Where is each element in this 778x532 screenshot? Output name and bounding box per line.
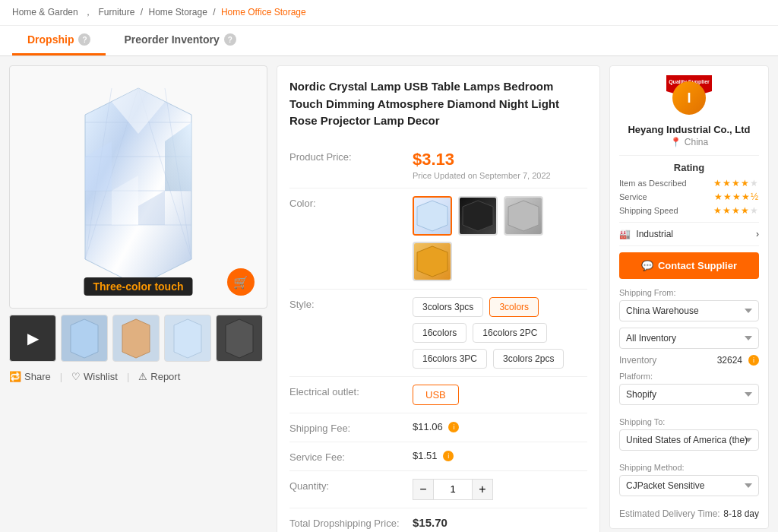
breadcrumb-sep: ， <box>84 7 93 17</box>
price-row: Product Price: $3.13 Price Updated on Se… <box>289 142 587 188</box>
sep1: | <box>60 371 62 382</box>
category-row[interactable]: 🏭 Industrial › <box>619 222 759 246</box>
delivery-label: Estimated Delivery Time: <box>619 508 720 519</box>
quantity-control: − + <box>413 479 587 500</box>
supplier-country: 📍 China <box>670 137 708 147</box>
price-value: $3.13 <box>413 150 587 169</box>
contact-supplier-button[interactable]: 💬 Contact Supplier <box>619 252 759 279</box>
shipping-method-label: Shipping Method: <box>619 463 759 472</box>
total-label: Total Dropshipping Price: <box>289 516 403 529</box>
sep2: | <box>127 371 129 382</box>
swatch-img-2 <box>460 198 496 234</box>
service-info-icon[interactable]: i <box>443 451 454 461</box>
inventory-info-icon[interactable]: i <box>748 355 759 366</box>
inventory-select[interactable]: All Inventory <box>619 328 759 349</box>
service-row: Service Fee: $1.51 i <box>289 442 587 471</box>
supplier-badge: Quality Supplier I Heyang Industrial Co.… <box>619 75 759 147</box>
color-swatch-4[interactable] <box>413 242 452 281</box>
rating-label-3: Shipping Speed <box>619 206 688 215</box>
tab-preorder-label: Preorder Inventory <box>124 33 219 46</box>
shipping-info-icon[interactable]: i <box>448 422 459 432</box>
shipping-method-select[interactable]: CJPacket Sensitive <box>619 475 759 496</box>
category-icon: 🏭 <box>619 229 631 239</box>
svg-marker-14 <box>71 319 98 358</box>
platform-section: Platform: Shopify <box>619 372 759 411</box>
supplier-country-label: China <box>685 137 708 147</box>
svg-marker-20 <box>508 201 539 231</box>
rating-row-2: Service ★★★★½ <box>619 192 759 202</box>
thumbnail-5[interactable] <box>216 315 263 362</box>
thumbnail-2[interactable] <box>61 315 108 362</box>
wishlist-label: Wishlist <box>84 371 118 382</box>
breadcrumb-link-home[interactable]: Home & Garden <box>12 7 78 17</box>
shipping-to-select[interactable]: United States of America (the) <box>619 429 759 451</box>
inventory-section: All Inventory Inventory 32624 i <box>619 328 759 366</box>
color-swatch-3[interactable] <box>504 196 543 236</box>
wishlist-button[interactable]: ♡ Wishlist <box>71 371 118 382</box>
style-btn-6[interactable]: 3colors 2pcs <box>493 349 564 369</box>
add-to-cart-icon[interactable]: 🛒 <box>227 268 255 296</box>
color-swatch-1[interactable] <box>413 196 452 236</box>
rating-stars-2: ★★★★½ <box>714 192 759 202</box>
tab-preorder-help[interactable]: ? <box>224 33 236 46</box>
rating-section: Rating Item as Described ★★★★★ Service ★… <box>619 155 759 216</box>
style-label: Style: <box>289 297 403 310</box>
share-button[interactable]: 🔁 Share <box>9 371 51 382</box>
breadcrumb-link-furniture[interactable]: Furniture <box>98 7 134 17</box>
rating-row-3: Shipping Speed ★★★★★ <box>619 205 759 216</box>
style-btn-4[interactable]: 16colors 2PC <box>473 323 547 343</box>
swatch-img-3 <box>505 198 542 234</box>
report-icon: ⚠ <box>138 371 147 382</box>
quantity-increase-button[interactable]: + <box>472 479 493 500</box>
main-content: Three-color touch 🛒 ▶ 🔁 Share | <box>0 56 778 532</box>
outlet-row: Electrical outlet: USB <box>289 377 587 413</box>
style-options-wrapper: 3colors 3pcs 3colors 16colors 16colors 2… <box>413 297 587 369</box>
breadcrumb-sep2: / <box>141 7 143 17</box>
service-fee-value: $1.51 i <box>413 450 587 462</box>
quantity-input[interactable] <box>434 479 472 500</box>
tab-dropship-help[interactable]: ? <box>78 33 90 46</box>
platform-select[interactable]: Shopify <box>619 384 759 405</box>
price-updated: Price Updated on September 7, 2022 <box>413 171 587 180</box>
quality-badge-icon: Quality Supplier I <box>666 75 712 121</box>
rating-label-1: Item as Described <box>619 179 688 188</box>
service-fee-label: Service Fee: <box>289 450 403 463</box>
color-swatch-2[interactable] <box>458 196 498 236</box>
style-btn-3[interactable]: 16colors <box>413 323 466 343</box>
chevron-right-icon: › <box>756 229 759 239</box>
tab-dropship[interactable]: Dropship ? <box>12 26 106 55</box>
outlet-label: Electrical outlet: <box>289 385 403 397</box>
style-btn-5[interactable]: 16colors 3PC <box>413 349 487 369</box>
svg-marker-18 <box>417 201 448 231</box>
shipping-fee-value: $11.06 i <box>413 421 587 433</box>
shipping-from-select[interactable]: China Warehouse <box>619 300 759 321</box>
quantity-decrease-button[interactable]: − <box>413 479 434 500</box>
shipping-to-section: Shipping To: United States of America (t… <box>619 417 759 457</box>
supplier-panel: Quality Supplier I Heyang Industrial Co.… <box>609 65 769 529</box>
report-button[interactable]: ⚠ Report <box>138 371 180 382</box>
product-info: Nordic Crystal Lamp USB Table Lamps Bedr… <box>277 65 600 532</box>
thumbnail-3[interactable] <box>112 315 160 362</box>
product-images: Three-color touch 🛒 ▶ 🔁 Share | <box>9 65 267 382</box>
rating-stars-3: ★★★★★ <box>713 205 759 216</box>
location-icon: 📍 <box>670 137 682 147</box>
badge-circle: I <box>672 81 706 115</box>
inventory-row: Inventory 32624 i <box>619 355 759 366</box>
category-label: Industrial <box>636 229 673 239</box>
service-fee-amount: $1.51 <box>413 450 438 461</box>
style-btn-2[interactable]: 3colors <box>489 297 539 317</box>
delivery-row: Estimated Delivery Time: 8-18 day <box>619 508 759 519</box>
style-btn-1[interactable]: 3colors 3pcs <box>413 297 483 317</box>
category-info: 🏭 Industrial <box>619 229 673 239</box>
color-row: Color: <box>289 188 587 290</box>
thumbnail-1[interactable]: ▶ <box>9 315 56 362</box>
main-image: Three-color touch 🛒 <box>9 65 267 309</box>
svg-marker-17 <box>226 319 253 358</box>
outlet-btn-usb[interactable]: USB <box>413 385 459 405</box>
breadcrumb-link-storage[interactable]: Home Storage <box>148 7 207 17</box>
heart-icon: ♡ <box>71 371 81 382</box>
action-row: 🔁 Share | ♡ Wishlist | ⚠ Report <box>9 371 267 382</box>
tab-preorder[interactable]: Preorder Inventory ? <box>109 26 251 55</box>
thumbnail-4[interactable] <box>164 315 211 362</box>
share-label: Share <box>24 371 51 382</box>
